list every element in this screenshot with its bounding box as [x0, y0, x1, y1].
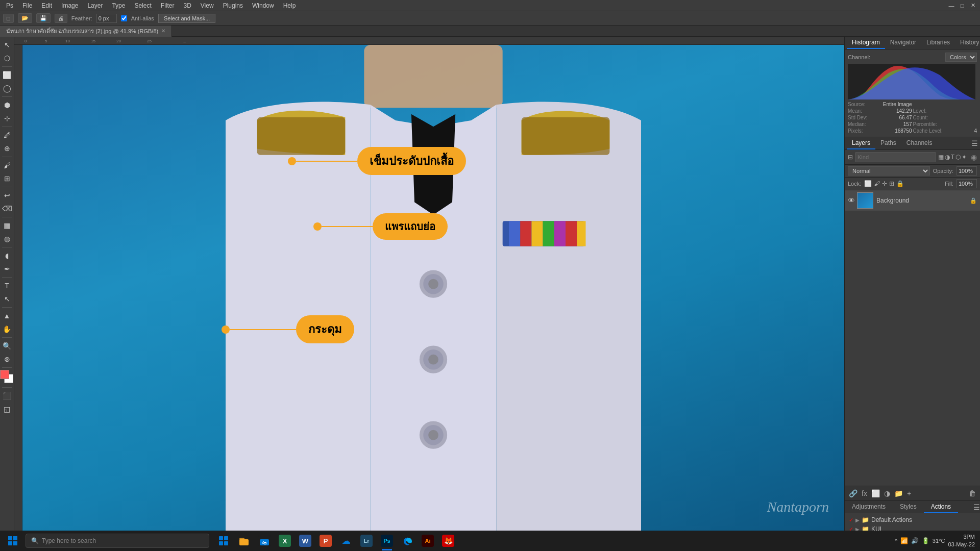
tab-layers[interactable]: Layers	[847, 137, 875, 149]
minimize-button[interactable]: —	[946, 1, 957, 11]
gradient-tool[interactable]: ▦	[1, 219, 13, 232]
tab-paths[interactable]: Paths	[875, 137, 901, 149]
shape-filter-icon[interactable]: ⬡	[955, 154, 961, 161]
new-document-btn[interactable]: □	[3, 14, 14, 23]
layer-item-background[interactable]: 👁 Background 🔒	[845, 190, 980, 211]
move-tool[interactable]: ↖	[1, 39, 13, 51]
menu-help[interactable]: Help	[279, 1, 300, 10]
tab-histogram[interactable]: Histogram	[847, 37, 885, 49]
lock-transparent-icon[interactable]: ⬜	[864, 180, 872, 187]
extra-tool[interactable]: ⊗	[1, 353, 13, 365]
zoom-tool[interactable]: 🔍	[1, 340, 13, 352]
foreground-color[interactable]	[0, 370, 9, 379]
crop-tool[interactable]: ⊹	[1, 112, 13, 124]
blend-mode-select[interactable]: Normal Dissolve Multiply Screen Overlay	[848, 166, 930, 176]
eraser-tool[interactable]: ⌫	[1, 203, 13, 215]
rectangle-tool[interactable]: ▲	[1, 310, 13, 322]
hand-tool[interactable]: ✋	[1, 323, 13, 335]
taskbar-photoshop[interactable]: Ps	[378, 531, 396, 550]
menu-plugins[interactable]: Plugins	[219, 1, 247, 10]
path-select-tool[interactable]: ↖	[1, 293, 13, 305]
default-actions-expand[interactable]: ▶	[855, 517, 860, 523]
feather-input[interactable]	[96, 14, 117, 23]
delete-layer-btn[interactable]: 🗑	[968, 488, 977, 498]
clone-stamp-tool[interactable]: ⊞	[1, 172, 13, 185]
menu-edit[interactable]: Edit	[37, 1, 56, 10]
spot-healing-tool[interactable]: ⊕	[1, 142, 13, 155]
tab-adjustments[interactable]: Adjustments	[845, 501, 893, 513]
action-group-default[interactable]: ✓ ▶ 📁 Default Actions	[847, 515, 978, 524]
dodge-tool[interactable]: ◖	[1, 249, 13, 262]
lock-pixels-icon[interactable]: 🖌	[874, 180, 880, 187]
blur-tool[interactable]: ◍	[1, 233, 13, 245]
taskbar-explorer[interactable]	[235, 531, 253, 550]
taskbar-onedrive[interactable]: ☁	[337, 531, 355, 550]
lasso-tool[interactable]: ◯	[1, 82, 13, 94]
print-btn[interactable]: 🖨	[55, 14, 67, 23]
object-select-tool[interactable]: ⬢	[1, 99, 13, 111]
taskbar-lightroom[interactable]: Lr	[357, 531, 376, 550]
text-tool[interactable]: T	[1, 280, 13, 292]
history-brush-tool[interactable]: ↩	[1, 189, 13, 202]
tab-navigator[interactable]: Navigator	[885, 37, 921, 49]
type-filter-icon[interactable]: T	[951, 154, 954, 161]
menu-window[interactable]: Window	[248, 1, 278, 10]
pixel-filter-icon[interactable]: ▦	[938, 154, 944, 161]
save-btn[interactable]: 💾	[36, 13, 51, 23]
anti-alias-checkbox[interactable]	[121, 15, 127, 21]
rectangular-marquee-tool[interactable]: ⬜	[1, 69, 13, 81]
tab-actions[interactable]: Actions	[924, 501, 958, 513]
search-bar[interactable]: 🔍 Type here to search	[26, 534, 209, 548]
menu-3d[interactable]: 3D	[179, 1, 195, 10]
menu-layer[interactable]: Layer	[83, 1, 107, 10]
new-layer-btn[interactable]: +	[906, 488, 912, 498]
menu-type[interactable]: Type	[108, 1, 129, 10]
tab-styles[interactable]: Styles	[893, 501, 924, 513]
tab-libraries[interactable]: Libraries	[921, 37, 955, 49]
system-clock[interactable]: 3PM 03-May-22	[948, 533, 975, 549]
layers-filter-input[interactable]	[855, 152, 936, 162]
taskbar-excel[interactable]: X	[276, 531, 294, 550]
taskbar-edge[interactable]	[398, 531, 416, 550]
add-effect-btn[interactable]: fx	[861, 488, 868, 498]
new-group-btn[interactable]: 📁	[893, 488, 904, 498]
tray-chevron[interactable]: ^	[895, 538, 897, 544]
canvas-viewport[interactable]: เข็มประดับปกเสื้อ แพรแถบย่อ กระดุม Nanta…	[22, 45, 844, 536]
taskbar-illustrator[interactable]: Ai	[419, 531, 437, 550]
taskbar-store[interactable]: 🛍	[255, 531, 274, 550]
new-adjustment-btn[interactable]: ◑	[883, 488, 891, 498]
ps-logo[interactable]: Ps	[2, 1, 17, 10]
menu-filter[interactable]: Filter	[157, 1, 179, 10]
start-button[interactable]	[0, 531, 26, 551]
lock-position-icon[interactable]: ✛	[882, 180, 887, 187]
taskbar-word[interactable]: W	[296, 531, 314, 550]
tab-history[interactable]: History	[955, 37, 980, 49]
tab-channels[interactable]: Channels	[901, 137, 938, 149]
opacity-input[interactable]	[957, 166, 977, 176]
eyedropper-tool[interactable]: 🖉	[1, 129, 13, 141]
brush-tool[interactable]: 🖌	[1, 159, 13, 171]
lock-all-icon[interactable]: 🔒	[896, 180, 904, 187]
link-layers-btn[interactable]: 🔗	[848, 488, 859, 498]
taskbar-task-view[interactable]	[214, 531, 233, 550]
document-tab[interactable]: นัทนภา รักษาศักดิ์ชัย ฉบับบรรณสาร (2).jp…	[0, 26, 172, 37]
layers-menu-btn[interactable]: ☰	[971, 139, 978, 147]
smart-filter-icon[interactable]: ✦	[962, 154, 967, 161]
layer-visibility-icon[interactable]: 👁	[848, 196, 855, 205]
menu-view[interactable]: View	[197, 1, 218, 10]
add-mask-btn[interactable]: ⬜	[870, 488, 881, 498]
channel-select[interactable]: Colors RGB Red Green Blue	[945, 53, 977, 62]
screen-mode-btn[interactable]: ◱	[1, 403, 13, 415]
tab-close-button[interactable]: ✕	[161, 28, 165, 34]
menu-select[interactable]: Select	[130, 1, 155, 10]
taskbar-extra-app[interactable]: 🦊	[439, 531, 457, 550]
menu-file[interactable]: File	[18, 1, 36, 10]
select-mask-button[interactable]: Select and Mask...	[158, 14, 216, 23]
fill-input[interactable]	[957, 179, 977, 188]
menu-image[interactable]: Image	[57, 1, 82, 10]
adj-menu-btn[interactable]: ☰	[973, 501, 980, 513]
taskbar-powerpoint[interactable]: P	[316, 531, 335, 550]
close-button[interactable]: ✕	[968, 1, 978, 11]
lock-artboard-icon[interactable]: ⊞	[889, 180, 894, 187]
quick-mask-btn[interactable]: ⬛	[1, 390, 13, 402]
